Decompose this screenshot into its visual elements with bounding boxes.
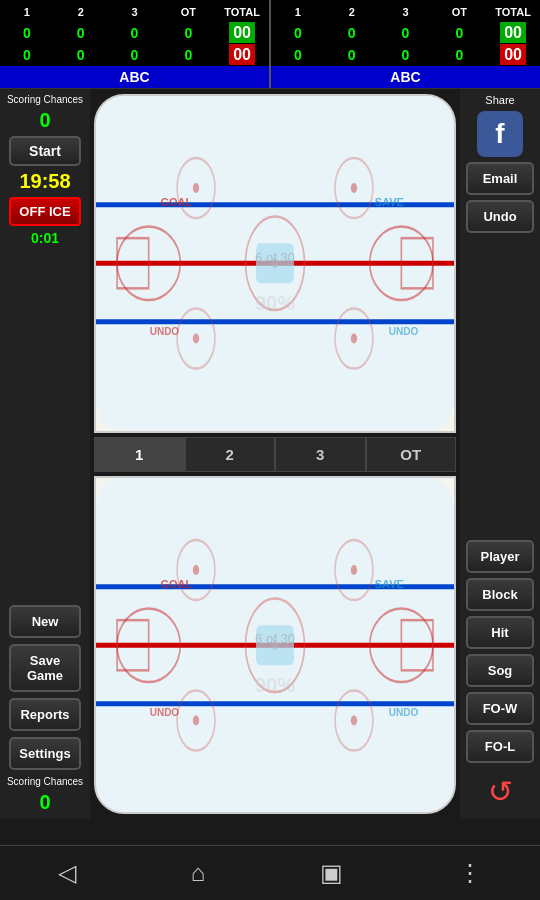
right-sidebar: Share f Email Undo Player Block Hit Sog … — [460, 89, 540, 819]
undo-label-bottom-right[interactable]: UNDO — [389, 707, 418, 718]
tab-period-ot[interactable]: OT — [366, 437, 457, 472]
new-button[interactable]: New — [9, 605, 81, 638]
undo-button[interactable]: Undo — [466, 200, 534, 233]
scoring-chances-label: Scoring Chances — [7, 94, 83, 105]
team2-name: ABC — [271, 66, 540, 88]
bottom-nav: ◁ ⌂ ▣ ⋮ — [0, 845, 540, 900]
save-game-button[interactable]: Save Game — [9, 644, 81, 692]
small-timer: 0:01 — [31, 230, 59, 246]
team1-row1: 0 0 0 0 00 — [0, 22, 269, 44]
share-label: Share — [485, 94, 514, 106]
team2-row1: 0 0 0 0 00 — [271, 22, 540, 44]
bottom-stats: 6 of 30 — [255, 631, 295, 646]
undo-label-top-right[interactable]: UNDO — [389, 326, 418, 337]
top-rink[interactable]: GOAL SAVE UNDO UNDO 6 of 30 90% — [94, 94, 456, 433]
goal-label-top[interactable]: GOAL — [160, 196, 192, 208]
team1-col-ot: OT — [161, 0, 215, 22]
tab-period-3[interactable]: 3 — [275, 437, 366, 472]
svg-point-14 — [193, 183, 199, 193]
team1-name: ABC — [0, 66, 269, 88]
main-timer: 19:58 — [19, 170, 70, 193]
tab-period-1[interactable]: 1 — [94, 437, 185, 472]
fow-button[interactable]: FO-W — [466, 692, 534, 725]
reports-button[interactable]: Reports — [9, 698, 81, 731]
home-nav-button[interactable]: ⌂ — [176, 854, 221, 892]
player-button[interactable]: Player — [466, 540, 534, 573]
home-icon: ⌂ — [191, 859, 206, 886]
svg-point-16 — [193, 333, 199, 343]
start-button[interactable]: Start — [9, 136, 81, 166]
team1-col-3: 3 — [108, 0, 162, 22]
team1-col-total: TOTAL — [215, 0, 269, 22]
team2-score: 1 2 3 OT TOTAL 0 0 0 0 00 0 0 0 0 00 ABC — [271, 0, 540, 88]
more-icon: ⋮ — [458, 859, 482, 886]
undo-label-bottom-left[interactable]: UNDO — [150, 707, 179, 718]
save-label-top[interactable]: SAVE — [375, 196, 404, 208]
team1-row2: 0 0 0 0 00 — [0, 44, 269, 66]
svg-point-15 — [351, 183, 357, 193]
team2-row2: 0 0 0 0 00 — [271, 44, 540, 66]
team1-col-1: 1 — [0, 0, 54, 22]
team1-col-2: 2 — [54, 0, 108, 22]
bottom-rink[interactable]: GOAL SAVE UNDO UNDO 6 of 30 90% — [94, 476, 456, 815]
top-stats: 6 of 30 — [255, 249, 295, 264]
block-button[interactable]: Block — [466, 578, 534, 611]
team1-score: 1 2 3 OT TOTAL 0 0 0 0 00 0 0 0 0 00 ABC — [0, 0, 269, 88]
refresh-button[interactable]: ↺ — [477, 768, 523, 814]
svg-point-35 — [193, 715, 199, 725]
off-ice-button[interactable]: OFF ICE — [9, 197, 81, 226]
more-nav-button[interactable]: ⋮ — [443, 854, 497, 892]
team2-col-headers: 1 2 3 OT TOTAL — [271, 0, 540, 22]
main-area: Scoring Chances 0 Start 19:58 OFF ICE 0:… — [0, 89, 540, 819]
recent-icon: ▣ — [320, 859, 343, 886]
top-percent: 90% — [255, 292, 295, 315]
svg-point-36 — [351, 715, 357, 725]
save-label-bottom[interactable]: SAVE — [375, 578, 404, 590]
tab-period-2[interactable]: 2 — [185, 437, 276, 472]
scoring-chances-label2: Scoring Chances — [7, 776, 83, 787]
team1-col-headers: 1 2 3 OT TOTAL — [0, 0, 269, 22]
scoring-chances-count2: 0 — [39, 791, 50, 814]
undo-label-top-left[interactable]: UNDO — [150, 326, 179, 337]
email-button[interactable]: Email — [466, 162, 534, 195]
fol-button[interactable]: FO-L — [466, 730, 534, 763]
settings-button[interactable]: Settings — [9, 737, 81, 770]
bottom-percent: 90% — [255, 673, 295, 696]
svg-point-33 — [193, 564, 199, 574]
scoring-chances-count: 0 — [39, 109, 50, 132]
goal-label-bottom[interactable]: GOAL — [160, 578, 192, 590]
svg-point-34 — [351, 564, 357, 574]
facebook-button[interactable]: f — [477, 111, 523, 157]
back-nav-button[interactable]: ◁ — [43, 854, 91, 892]
svg-point-17 — [351, 333, 357, 343]
recent-nav-button[interactable]: ▣ — [305, 854, 358, 892]
back-icon: ◁ — [58, 859, 76, 886]
hit-button[interactable]: Hit — [466, 616, 534, 649]
left-sidebar: Scoring Chances 0 Start 19:58 OFF ICE 0:… — [0, 89, 90, 819]
period-tabs: 1 2 3 OT — [94, 437, 456, 472]
score-header: 1 2 3 OT TOTAL 0 0 0 0 00 0 0 0 0 00 ABC… — [0, 0, 540, 89]
sog-button[interactable]: Sog — [466, 654, 534, 687]
rink-container: GOAL SAVE UNDO UNDO 6 of 30 90% 1 2 3 OT — [90, 89, 460, 819]
